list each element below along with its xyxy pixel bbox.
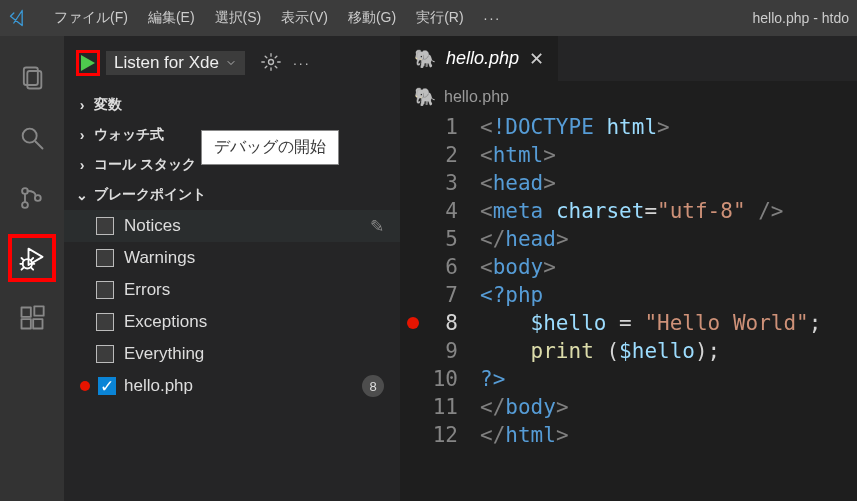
svg-point-19 [268, 59, 273, 64]
breakpoint-category-item[interactable]: Exceptions [64, 306, 400, 338]
breakpoint-checkbox[interactable] [96, 217, 114, 235]
svg-line-12 [31, 258, 33, 260]
breakpoint-category-item[interactable]: Everything [64, 338, 400, 370]
line-number: 4 [426, 197, 458, 225]
breakpoint-category-label: Notices [124, 216, 181, 236]
svg-rect-17 [33, 319, 42, 328]
line-number: 8 [426, 309, 458, 337]
php-file-icon: 🐘 [414, 86, 436, 108]
breakpoint-gutter[interactable] [400, 113, 426, 457]
section-breakpoints[interactable]: ⌄ ブレークポイント [64, 180, 400, 210]
breakpoint-category-label: Exceptions [124, 312, 207, 332]
search-icon[interactable] [8, 114, 56, 162]
line-number-gutter: 123456789101112 [426, 113, 470, 457]
window-title: hello.php - htdo [752, 10, 849, 26]
breakpoint-category-item[interactable]: Notices✎ [64, 210, 400, 242]
start-debug-tooltip: デバッグの開始 [201, 130, 339, 165]
breakpoint-category-item[interactable]: Warnings [64, 242, 400, 274]
section-variables[interactable]: › 変数 [64, 90, 400, 120]
line-number: 2 [426, 141, 458, 169]
chevron-right-icon: › [76, 127, 88, 143]
breakpoint-checkbox[interactable] [96, 345, 114, 363]
chevron-down-icon [225, 57, 237, 69]
breakpoint-line-badge: 8 [362, 375, 384, 397]
menu-item[interactable]: 実行(R) [406, 9, 473, 25]
line-number: 1 [426, 113, 458, 141]
code-content[interactable]: <!DOCTYPE html><html><head><meta charset… [470, 113, 821, 457]
php-file-icon: 🐘 [414, 48, 436, 70]
breakpoint-checkbox[interactable] [96, 249, 114, 267]
run-debug-icon[interactable] [8, 234, 56, 282]
breakpoint-dot-icon [407, 317, 419, 329]
config-label: Listen for Xde [114, 53, 219, 73]
tab-hello-php[interactable]: 🐘 hello.php ✕ [400, 36, 558, 81]
svg-line-11 [22, 258, 24, 260]
breakpoint-file-label: hello.php [124, 376, 193, 396]
svg-marker-7 [29, 249, 43, 265]
line-number: 5 [426, 225, 458, 253]
vscode-logo-icon [8, 8, 28, 28]
tab-label: hello.php [446, 48, 519, 69]
breakpoint-checkbox[interactable] [96, 281, 114, 299]
breadcrumb[interactable]: 🐘 hello.php [400, 81, 857, 113]
menu-item[interactable]: 表示(V) [271, 9, 338, 25]
edit-icon[interactable]: ✎ [370, 216, 384, 237]
line-number: 12 [426, 421, 458, 449]
more-icon[interactable]: ··· [293, 55, 311, 71]
svg-rect-18 [34, 306, 43, 315]
breadcrumb-file: hello.php [444, 88, 509, 106]
explorer-icon[interactable] [8, 54, 56, 102]
extensions-icon[interactable] [8, 294, 56, 342]
breakpoint-file-item[interactable]: ✓ hello.php 8 [64, 370, 400, 402]
breakpoint-checkbox[interactable]: ✓ [98, 377, 116, 395]
svg-rect-15 [22, 308, 31, 317]
debug-config-select[interactable]: Listen for Xde [106, 51, 245, 75]
breakpoint-dot-icon [80, 381, 90, 391]
editor: 🐘 hello.php ✕ 🐘 hello.php 12345678910111… [400, 36, 857, 501]
play-icon [81, 55, 95, 71]
source-control-icon[interactable] [8, 174, 56, 222]
line-number: 10 [426, 365, 458, 393]
breakpoint-category-item[interactable]: Errors [64, 274, 400, 306]
activity-bar [0, 36, 64, 501]
chevron-right-icon: › [76, 97, 88, 113]
breakpoint-checkbox[interactable] [96, 313, 114, 331]
line-number: 7 [426, 281, 458, 309]
close-icon[interactable]: ✕ [529, 48, 544, 70]
svg-rect-16 [22, 319, 31, 328]
breakpoint-category-label: Warnings [124, 248, 195, 268]
breakpoint-category-label: Errors [124, 280, 170, 300]
menu-overflow-icon[interactable]: ··· [474, 10, 512, 26]
svg-line-14 [31, 267, 33, 269]
debug-sidebar: Listen for Xde ··· デバッグの開始 › 変数 › ウォッチ式 … [64, 36, 400, 501]
start-debug-button[interactable] [76, 50, 100, 76]
chevron-down-icon: ⌄ [76, 187, 88, 203]
svg-point-2 [23, 129, 37, 143]
svg-line-13 [22, 267, 24, 269]
menu-item[interactable]: 選択(S) [205, 9, 272, 25]
svg-line-3 [36, 142, 43, 149]
menu-item[interactable]: 編集(E) [138, 9, 205, 25]
menubar: ファイル(F)編集(E)選択(S)表示(V)移動(G)実行(R) ··· hel… [0, 0, 857, 36]
gear-icon[interactable] [261, 52, 281, 75]
menu-item[interactable]: 移動(G) [338, 9, 406, 25]
line-number: 11 [426, 393, 458, 421]
menu-item[interactable]: ファイル(F) [44, 9, 138, 25]
breakpoint-category-label: Everything [124, 344, 204, 364]
chevron-right-icon: › [76, 157, 88, 173]
line-number: 9 [426, 337, 458, 365]
tab-bar: 🐘 hello.php ✕ [400, 36, 857, 81]
line-number: 3 [426, 169, 458, 197]
line-number: 6 [426, 253, 458, 281]
